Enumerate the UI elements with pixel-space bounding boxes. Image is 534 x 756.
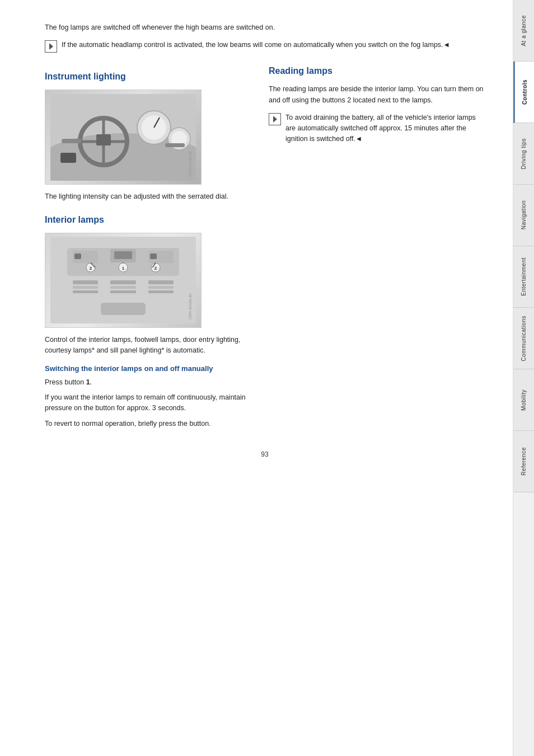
tab-driving-tips[interactable]: Driving tips [513,123,535,185]
step-3: To revert to normal operation, briefly p… [45,419,252,429]
tab-at-a-glance-label: At a glance [521,15,527,46]
reading-lamps-heading: Reading lamps [269,66,485,76]
left-column: Instrument lighting [45,66,252,434]
dashboard-svg: UMK-fotolia.de [50,94,196,181]
tab-reference-label: Reference [521,447,527,476]
svg-text:2: 2 [90,266,92,271]
svg-rect-37 [110,286,136,289]
svg-rect-27 [150,253,157,259]
svg-marker-44 [273,116,277,123]
tab-controls-label: Controls [522,79,528,105]
tab-navigation[interactable]: Navigation [513,185,535,246]
svg-rect-23 [114,251,132,259]
intro-text: The fog lamps are switched off whenever … [45,22,485,33]
tab-mobility[interactable]: Mobility [513,369,535,431]
step-2: If you want the interior lamps to remain… [45,392,252,414]
page-container: The fog lamps are switched off whenever … [0,0,534,756]
interior-svg: 2 1 2 [50,237,196,323]
instrument-lighting-image: UMK-fotolia.de [45,90,202,185]
instrument-lighting-body: The lighting intensity can be adjusted w… [45,191,252,202]
svg-text:UMK-fotolia.de: UMK-fotolia.de [188,151,192,176]
svg-rect-6 [96,134,111,145]
tab-reference[interactable]: Reference [513,431,535,492]
svg-text:UMK-fotolia.de: UMK-fotolia.de [188,294,192,320]
svg-rect-39 [148,280,174,284]
tab-navigation-label: Navigation [521,200,527,229]
tab-entertainment-label: Entertainment [521,257,527,296]
svg-text:1: 1 [122,266,125,271]
tab-communications-label: Communications [521,316,527,361]
svg-rect-14 [165,143,185,147]
svg-rect-7 [60,153,76,163]
page-number: 93 [45,450,485,458]
intro-note-text: If the automatic headlamp control is act… [62,40,485,50]
step-1: Press button 1. [45,377,252,388]
instrument-lighting-heading: Instrument lighting [45,72,252,82]
tab-communications[interactable]: Communications [513,308,535,369]
tab-controls[interactable]: Controls [513,62,535,123]
svg-rect-19 [74,253,81,259]
tab-entertainment[interactable]: Entertainment [513,246,535,308]
tab-at-a-glance[interactable]: At a glance [513,0,535,62]
svg-rect-38 [110,290,136,293]
reading-lamps-body: The reading lamps are beside the interio… [269,84,485,106]
switch-manually-heading: Switching the interior lamps on and off … [45,364,252,373]
main-content: The fog lamps are switched off whenever … [0,0,513,756]
content-columns: Instrument lighting [45,66,485,434]
svg-rect-13 [62,139,81,143]
reading-lamps-note-text: To avoid draining the battery, all of th… [285,112,485,144]
svg-rect-33 [73,280,98,284]
svg-rect-36 [110,280,136,284]
top-intro: The fog lamps are switched off whenever … [45,22,485,53]
intro-note-box: If the automatic headlamp control is act… [45,40,485,53]
svg-rect-35 [73,290,98,293]
interior-lamps-image: 2 1 2 [45,233,202,328]
svg-rect-42 [101,303,146,315]
svg-rect-34 [73,286,98,289]
interior-lamps-heading: Interior lamps [45,215,252,225]
svg-marker-0 [49,43,53,50]
note-icon-1 [45,40,57,53]
right-column: Reading lamps The reading lamps are besi… [269,66,485,434]
tab-driving-tips-label: Driving tips [521,138,527,169]
svg-text:2: 2 [154,266,157,271]
tab-mobility-label: Mobility [521,389,527,411]
svg-rect-40 [148,286,174,289]
sidebar-tabs: At a glance Controls Driving tips Naviga… [513,0,534,756]
interior-lamps-body: Control of the interior lamps, footwell … [45,335,252,356]
note-icon-2 [269,113,281,125]
reading-lamps-note-box: To avoid draining the battery, all of th… [269,112,485,144]
svg-rect-41 [148,290,174,293]
